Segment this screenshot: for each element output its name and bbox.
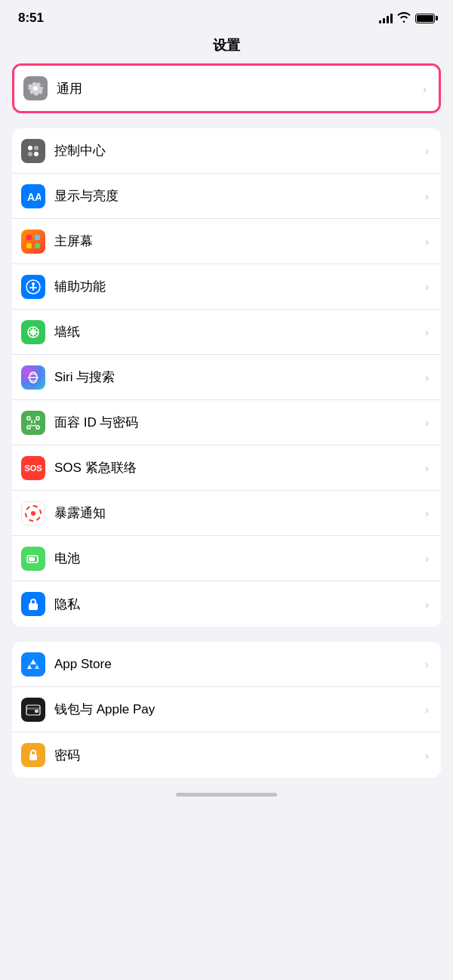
label-control-center: 控制中心 [54,142,421,159]
label-wallet: 钱包与 Apple Pay [54,701,421,718]
label-wallpaper: 墙纸 [54,323,421,341]
svg-rect-7 [26,243,32,248]
label-siri: Siri 与搜索 [54,368,421,386]
wifi-icon [397,12,411,25]
label-homescreen: 主屏幕 [54,233,421,250]
sos-icon: SOS [21,456,45,480]
svg-rect-21 [27,417,30,420]
settings-item-sos[interactable]: SOS SOS 紧急联络 › [12,445,441,491]
settings-item-faceid[interactable]: 面容 ID 与密码 › [12,400,441,445]
settings-item-siri[interactable]: Siri 与搜索 › [12,355,441,400]
svg-rect-24 [36,426,39,429]
settings-item-control-center[interactable]: 控制中心 › [12,128,441,174]
settings-item-homescreen[interactable]: 主屏幕 › [12,219,441,264]
appstore-icon [21,652,45,676]
svg-point-1 [34,146,39,150]
highlighted-section: 通用 › [12,63,441,113]
label-sos: SOS 紧急联络 [54,459,421,476]
battery-icon [415,14,435,23]
svg-rect-34 [29,754,37,760]
battery-settings-icon [21,547,45,571]
main-section: 控制中心 › AA 显示与亮度 › 主屏幕 [12,128,441,627]
svg-point-0 [28,146,32,150]
accessibility-icon [21,275,45,299]
svg-rect-22 [36,417,39,420]
svg-point-3 [34,152,39,156]
svg-rect-29 [29,603,38,610]
svg-rect-28 [29,557,35,561]
privacy-icon [21,592,45,616]
svg-rect-6 [35,235,40,240]
control-center-icon [21,139,45,163]
label-appstore: App Store [54,657,421,672]
chevron-general: › [423,82,427,95]
settings-item-privacy[interactable]: 隐私 › [12,581,441,627]
label-general: 通用 [57,80,418,97]
svg-rect-8 [35,243,40,248]
settings-item-appstore[interactable]: App Store › [12,642,441,687]
label-faceid: 面容 ID 与密码 [54,414,421,431]
display-icon: AA [21,184,45,208]
svg-rect-33 [35,710,39,713]
svg-text:AA: AA [27,191,41,202]
settings-item-passwords[interactable]: 密码 › [12,732,441,778]
label-privacy: 隐私 [54,596,421,613]
wallet-icon [21,698,45,722]
home-indicator [176,793,277,797]
label-accessibility: 辅助功能 [54,278,421,295]
svg-rect-32 [26,707,40,710]
settings-item-wallet[interactable]: 钱包与 Apple Pay › [12,687,441,732]
label-display: 显示与亮度 [54,187,421,205]
passwords-icon [21,743,45,767]
settings-item-wallpaper[interactable]: 墙纸 › [12,310,441,355]
page-title: 设置 [0,32,453,63]
app-section: App Store › 钱包与 Apple Pay › [12,642,441,778]
gear-icon [23,76,48,100]
settings-item-general[interactable]: 通用 › [14,66,439,111]
label-exposure: 暴露通知 [54,504,421,522]
svg-point-10 [32,282,35,285]
svg-point-2 [28,152,32,156]
status-time: 8:51 [18,11,44,26]
exposure-icon [21,501,45,525]
signal-icon [379,13,393,23]
homescreen-icon [21,230,45,254]
svg-rect-5 [26,235,32,240]
label-passwords: 密码 [54,747,421,764]
settings-item-accessibility[interactable]: 辅助功能 › [12,264,441,310]
status-bar: 8:51 [0,0,453,32]
siri-icon [21,365,45,390]
settings-item-display[interactable]: AA 显示与亮度 › [12,174,441,219]
settings-item-exposure[interactable]: 暴露通知 › [12,491,441,536]
status-icons [379,12,435,25]
svg-rect-23 [27,426,30,429]
label-battery: 电池 [54,550,421,567]
icon-wrap-general [14,66,57,111]
wallpaper-icon [21,320,45,344]
faceid-icon [21,411,45,435]
settings-item-battery[interactable]: 电池 › [12,536,441,581]
